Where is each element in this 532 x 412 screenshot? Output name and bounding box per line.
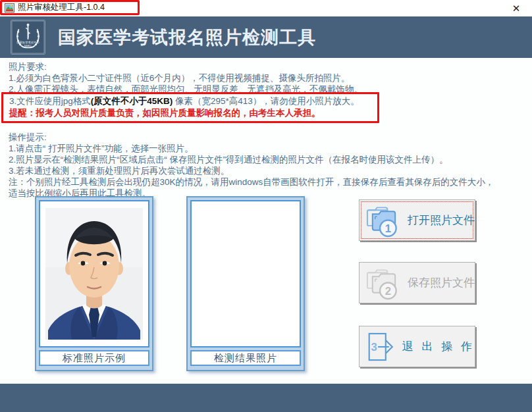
open-photo-button-label: 打开照片文件 <box>408 213 475 228</box>
svg-text:NMEC: NMEC <box>24 45 32 47</box>
tip-line-3: 3.若未通过检测，须重新处理照片后再次尝试通过检测。 <box>9 166 229 176</box>
title-bar: 照片审核处理工具-1.0.4 ✕ <box>0 0 532 16</box>
save-photo-button[interactable]: 2 保存照片文件 <box>359 262 475 303</box>
tip-line-1: 1.请点击“ 打开照片文件”功能，选择一张照片。 <box>9 143 194 154</box>
sample-photo-label: 标准照片示例 <box>39 350 149 366</box>
bottom-bar <box>0 384 532 412</box>
requirements-heading: 照片要求: <box>9 62 47 72</box>
requirement-line-1: 1.必须为白色背景小二寸证件照（近6个月内），不得使用视频捕捉、摄像头所拍照片。 <box>9 73 350 84</box>
app-window: 照片审核处理工具-1.0.4 ✕ 国家医学考试中心 NMEC 国家医学考试报名照… <box>0 0 532 412</box>
svg-text:1: 1 <box>385 222 391 234</box>
window-title: 照片审核处理工具-1.0.4 <box>18 2 105 13</box>
svg-text:国家医学考试中心: 国家医学考试中心 <box>16 40 40 45</box>
tip-line-2: 2.照片显示在“检测结果照片“区域后点击“ 保存照片文件”得到通过检测的照片文件… <box>9 155 448 165</box>
nmec-logo-icon: 国家医学考试中心 NMEC <box>11 20 45 55</box>
annotation-requirements-highlight: 3.文件应使用jpg格式(原文件不小于45KB) 像素（宽295*高413），请… <box>1 92 379 123</box>
app-header: 国家医学考试中心 NMEC 国家医学考试报名照片检测工具 <box>0 16 532 58</box>
tips-heading: 操作提示: <box>9 132 47 143</box>
result-photo-area <box>190 200 301 348</box>
svg-text:2: 2 <box>385 284 391 297</box>
app-icon <box>5 3 14 13</box>
page-title: 国家医学考试报名照片检测工具 <box>58 16 316 58</box>
save-photo-button-label: 保存照片文件 <box>408 275 475 290</box>
annotation-title-highlight: 照片审核处理工具-1.0.4 <box>0 0 140 15</box>
sample-photo-area <box>39 200 149 348</box>
requirement-line-3: 3.文件应使用jpg格式(原文件不小于45KB) 像素（宽295*高413），请… <box>9 96 359 107</box>
open-photo-button[interactable]: 1 打开照片文件 <box>359 199 475 241</box>
result-photo-label: 检测结果照片 <box>190 350 301 366</box>
svg-text:3: 3 <box>371 340 377 353</box>
open-folder-icon: 1 <box>365 203 401 238</box>
main-content: 照片要求: 1.必须为白色背景小二寸证件照（近6个月内），不得使用视频捕捉、摄像… <box>0 58 532 384</box>
result-photo-frame: 检测结果照片 <box>186 196 305 371</box>
exit-button[interactable]: 3 退 出 操 作 <box>359 326 475 367</box>
requirement-warning: 提醒：报考人员对照片质量负责，如因照片质量影响报名的，由考生本人承担。 <box>9 108 321 118</box>
exit-arrow-icon: 3 <box>365 328 396 365</box>
close-button[interactable]: ✕ <box>508 1 524 15</box>
save-folder-icon: 2 <box>365 266 401 300</box>
sample-photo-frame: 标准照片示例 <box>35 196 153 371</box>
tip-note-line-1: 注：个别照片经工具检测后会出现仍超30K的情况，请用windows自带画图软件打… <box>9 177 494 188</box>
exit-button-label: 退 出 操 作 <box>402 339 475 354</box>
sample-portrait-photo <box>45 208 143 340</box>
